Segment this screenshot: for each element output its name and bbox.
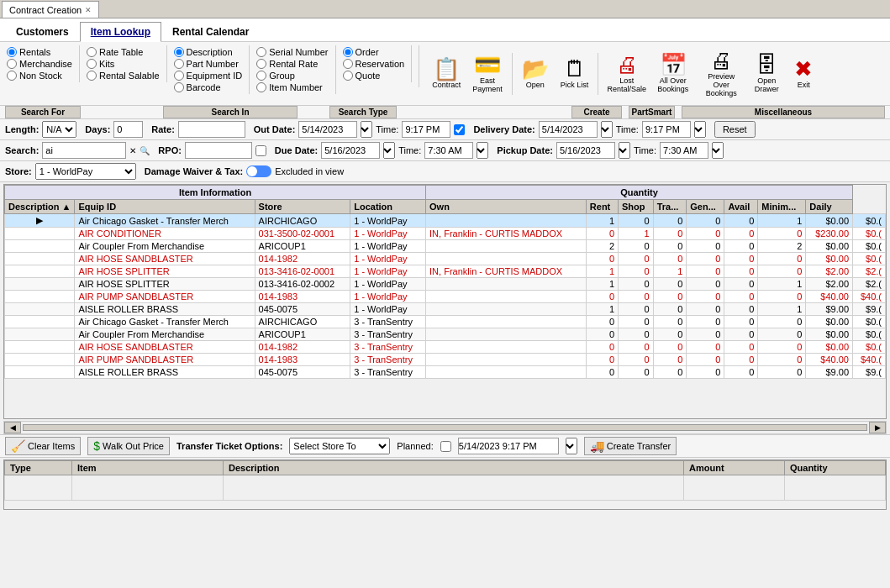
table-row[interactable]: AISLE ROLLER BRASS045-00751 - WorldPay10… [5,303,886,316]
merchandise-radio[interactable] [7,59,17,69]
col-equip-id[interactable]: Equip ID [75,200,255,214]
pickup-date-arrow[interactable]: ▼ [619,142,630,159]
due-date-arrow[interactable]: ▼ [383,142,395,159]
search-go-icon[interactable]: 🔍 [140,146,150,155]
tab-customers[interactable]: Customers [5,22,80,41]
itemnumber-radio[interactable] [256,82,266,92]
table-row[interactable]: AIR HOSE SPLITTER013-3416-02-00021 - Wor… [5,278,886,291]
table-row[interactable]: ▶Air Chicago Gasket - Transfer MerchAIRC… [5,214,886,228]
col-rent[interactable]: Rent [586,200,618,214]
table-row[interactable]: AIR PUMP SANDBLASTER014-19833 - TranSent… [5,354,886,366]
table-row[interactable]: AIR HOSE SPLITTER013-3416-02-00011 - Wor… [5,265,886,278]
kits-option[interactable]: Kits [87,59,160,69]
length-select[interactable]: N/A [42,121,76,138]
table-row[interactable]: AIR CONDITIONER031-3500-02-00011 - World… [5,228,886,240]
days-input[interactable] [113,121,143,138]
group-radio[interactable] [256,71,266,81]
search-clear-icon[interactable]: ✕ [129,146,136,155]
walk-out-price-button[interactable]: $ Walk Out Price [87,437,170,455]
reservation-radio[interactable] [343,59,353,69]
barcode-radio[interactable] [174,82,184,92]
store-select[interactable]: 1 - WorldPay [35,163,136,180]
order-radio[interactable] [343,47,353,57]
barcode-option[interactable]: Barcode [174,82,243,92]
col-location[interactable]: Location [350,200,426,214]
out-date-input[interactable] [298,121,357,138]
reset-button[interactable]: Reset [714,121,756,138]
ratetable-radio[interactable] [87,47,97,57]
col-gen[interactable]: Gen... [687,200,724,214]
preview-over-bookings-button[interactable]: 🖨 PreviewOver Bookings [696,47,746,100]
col-own[interactable]: Own [426,200,587,214]
east-payment-button[interactable]: 💳 EastPayment [468,51,507,96]
out-time-input[interactable] [402,121,450,138]
ratetable-option[interactable]: Rate Table [87,47,160,57]
rentalrate-option[interactable]: Rental Rate [256,59,328,69]
serialnumber-option[interactable]: Serial Number [256,47,328,57]
clear-items-button[interactable]: 🧹 Clear Items [5,437,81,455]
pickup-time-input[interactable] [660,142,708,159]
nonstock-option[interactable]: Non Stock [7,71,72,81]
rpo-input[interactable] [185,142,252,159]
out-time-check[interactable] [454,124,465,135]
quote-radio[interactable] [343,71,353,81]
due-time-arrow[interactable]: ▼ [477,142,488,159]
rate-input[interactable] [178,121,245,138]
reservation-option[interactable]: Reservation [343,59,405,69]
nonstock-radio[interactable] [7,71,17,81]
description-radio[interactable] [174,47,184,57]
planned-date-arrow[interactable]: ▼ [566,438,577,454]
scroll-right-btn[interactable]: ▶ [869,422,886,433]
scroll-left-btn[interactable]: ◀ [4,422,21,433]
col-shop[interactable]: Shop [619,200,654,214]
rpo-check[interactable] [255,145,266,156]
open-button[interactable]: 📂 Open [518,55,553,92]
order-option[interactable]: Order [343,47,405,57]
table-row[interactable]: AIR HOSE SANDBLASTER014-19821 - WorldPay… [5,253,886,265]
contract-button[interactable]: 📋 Contract [428,55,465,92]
delivery-date-input[interactable] [539,121,598,138]
col-tra[interactable]: Tra... [653,200,687,214]
rentals-radio[interactable] [7,47,17,57]
table-row[interactable]: AISLE ROLLER BRASS045-00753 - TranSentry… [5,366,886,379]
pickup-time-arrow[interactable]: ▼ [712,142,724,159]
due-date-input[interactable] [321,142,380,159]
col-avail[interactable]: Avail [724,200,758,214]
horiz-scrollbar[interactable]: ◀ ▶ [3,421,887,434]
table-row[interactable]: Air Coupler From MerchandiseARICOUP13 - … [5,328,886,341]
col-minim[interactable]: Minim... [758,200,806,214]
delivery-date-arrow[interactable]: ▼ [601,121,613,138]
partnumber-option[interactable]: Part Number [174,59,243,69]
itemnumber-option[interactable]: Item Number [256,82,328,92]
description-option[interactable]: Description [174,47,243,57]
planned-check[interactable] [440,441,451,452]
pickup-date-input[interactable] [556,142,615,159]
tab-item-lookup[interactable]: Item Lookup [80,22,161,42]
item-table-container[interactable]: Item Information Quantity Description ▲ … [3,184,887,419]
group-option[interactable]: Group [256,71,328,81]
rental-salable-option[interactable]: Rental Salable [87,71,160,81]
due-time-input[interactable] [424,142,473,159]
lost-rental-sale-button[interactable]: 🖨 LostRental/Sale [603,51,650,96]
open-drawer-button[interactable]: 🗄 OpenDrawer [750,51,783,96]
equipmentid-radio[interactable] [174,71,184,81]
out-date-arrow[interactable]: ▼ [361,121,372,138]
table-row[interactable]: AIR HOSE SANDBLASTER014-19823 - TranSent… [5,341,886,354]
delivery-time-arrow[interactable]: ▼ [694,121,706,138]
exit-button[interactable]: ✖ Exit [787,55,820,92]
col-store[interactable]: Store [255,200,350,214]
kits-radio[interactable] [87,59,97,69]
merchandise-option[interactable]: Merchandise [7,59,72,69]
pick-list-button[interactable]: 🗒 Pick List [556,55,593,92]
tab-close-icon[interactable]: ✕ [85,6,92,14]
serialnumber-radio[interactable] [256,47,266,57]
col-daily[interactable]: Daily [806,200,853,214]
contract-creation-tab[interactable]: Contract Creation ✕ [2,1,99,18]
damage-waiver-toggle[interactable] [246,165,271,177]
quote-option[interactable]: Quote [343,71,405,81]
table-row[interactable]: Air Chicago Gasket - Transfer MerchAIRCH… [5,316,886,328]
col-description[interactable]: Description ▲ [5,200,75,214]
rentals-option[interactable]: Rentals [7,47,72,57]
rentalrate-radio[interactable] [256,59,266,69]
all-over-bookings-button[interactable]: 📅 All OverBookings [653,51,693,96]
